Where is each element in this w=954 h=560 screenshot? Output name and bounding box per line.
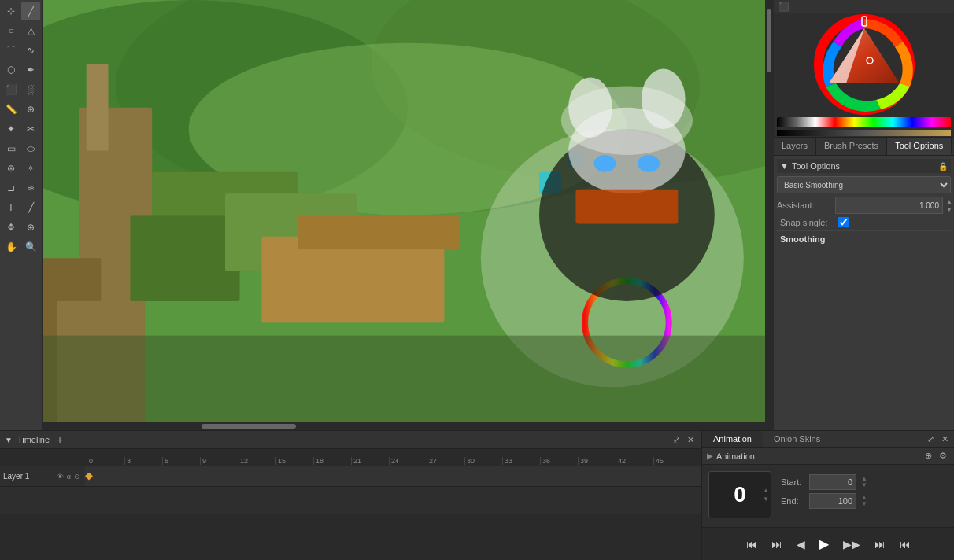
track-alpha-btn[interactable]: α: [66, 472, 72, 481]
tool-options-panel: ▼ Tool Options 🔒 Basic Smoothing No Smoo…: [774, 156, 954, 430]
frame-display[interactable]: 0 ▲ ▼: [708, 471, 771, 518]
anim-add-btn[interactable]: ⊕: [923, 450, 934, 462]
anim-expand-icon[interactable]: ▶: [707, 451, 713, 460]
tab-animation[interactable]: Animation: [702, 431, 763, 447]
assistant-down-arrow[interactable]: ▼: [946, 206, 952, 213]
ruler-mark-27: 27: [427, 457, 464, 465]
rect-select-tool[interactable]: ▭: [2, 139, 20, 158]
timeline-close-button[interactable]: ✕: [685, 434, 697, 446]
timeline-add-button[interactable]: +: [54, 433, 65, 446]
brush-tool[interactable]: ╱: [21, 2, 40, 20]
vertical-scrollbar[interactable]: [765, 0, 773, 422]
scrollbar-thumb-h[interactable]: [202, 424, 296, 429]
pan-tool[interactable]: ✋: [2, 238, 20, 256]
svg-rect-6: [87, 64, 109, 150]
start-input[interactable]: [809, 474, 856, 490]
similar-select-tool[interactable]: ≋: [21, 179, 40, 197]
search-tool[interactable]: 🔍: [21, 238, 40, 256]
measure-tool[interactable]: 📏: [2, 100, 20, 119]
step-back-btn[interactable]: ◀: [793, 536, 809, 553]
color-wheel[interactable]: [813, 13, 915, 116]
polygon-tool[interactable]: △: [21, 21, 40, 40]
transform-tool[interactable]: ⊹: [2, 2, 20, 20]
move-tool[interactable]: ✥: [2, 218, 20, 237]
playback-controls: ⏮ ⏭ ◀ ▶ ▶▶ ⏭ ⏮: [702, 527, 954, 560]
ruler-mark-42: 42: [616, 457, 653, 465]
frame-up-btn[interactable]: ▲: [763, 487, 769, 494]
ruler-mark-24: 24: [389, 457, 427, 465]
track-keyframe[interactable]: [85, 473, 93, 481]
line-tool[interactable]: ╱: [21, 198, 40, 217]
calligraphy-tool[interactable]: ✒: [21, 61, 40, 79]
end-input[interactable]: [809, 493, 856, 509]
scrollbar-thumb-v[interactable]: [767, 9, 771, 72]
start-down-arrow[interactable]: ▼: [861, 482, 867, 488]
end-down-arrow[interactable]: ▼: [861, 501, 867, 507]
track-visible-btn[interactable]: 👁: [56, 472, 65, 481]
play-btn[interactable]: ▶: [815, 534, 833, 554]
tool-options-collapse-icon[interactable]: ▼: [780, 161, 789, 171]
zoom-tool[interactable]: ⊕: [21, 218, 40, 237]
assistant-input[interactable]: [835, 197, 943, 214]
snap-single-checkbox[interactable]: [838, 217, 849, 227]
text-tool[interactable]: T: [2, 198, 20, 217]
last-frame-btn[interactable]: ⏮: [896, 536, 915, 553]
anim-close-btn[interactable]: ✕: [939, 433, 951, 445]
lock-icon[interactable]: 🔒: [938, 162, 948, 171]
smoothing-section-label: Smoothing: [777, 230, 951, 245]
ruler-mark-6: 6: [162, 457, 200, 465]
anim-expand-btn[interactable]: ⤢: [925, 433, 937, 445]
ruler-mark-15: 15: [275, 457, 313, 465]
tab-onion-skins[interactable]: Onion Skins: [763, 431, 831, 447]
edit-shape-tool[interactable]: ⬡: [2, 61, 20, 79]
svg-point-26: [561, 86, 693, 155]
smart-patch-tool[interactable]: ✦: [2, 120, 20, 138]
color-wheel-container[interactable]: [774, 13, 954, 116]
prev-keyframe-btn[interactable]: ⏭: [767, 536, 786, 553]
anim-content: ▶ Animation ⊕ ⚙ 0 ▲ ▼ Sta: [702, 448, 954, 527]
ruler-mark-36: 36: [540, 457, 578, 465]
gradient-tool[interactable]: ░: [21, 80, 40, 99]
smoothing-type-select[interactable]: Basic Smoothing No Smoothing Weighted Sm…: [777, 176, 951, 193]
contiguous-select-tool[interactable]: ✧: [21, 159, 40, 178]
svg-rect-19: [43, 336, 773, 430]
color-sliders[interactable]: [777, 117, 951, 127]
tab-layers[interactable]: Layers: [774, 138, 816, 155]
table-row: Layer 1 👁 α ⊙: [0, 466, 701, 487]
end-row: End: ▲ ▼: [781, 493, 867, 509]
color-bar-dark[interactable]: [777, 130, 951, 136]
ellipse-select-tool[interactable]: ⬭: [21, 139, 40, 158]
magnetic-select-tool[interactable]: ⊐: [2, 179, 20, 197]
timeline-expand-button[interactable]: ⤢: [671, 434, 682, 446]
freehand-tool[interactable]: ∿: [21, 41, 40, 60]
tab-brush-presets[interactable]: Brush Presets: [816, 138, 887, 155]
eyedropper-tool[interactable]: ⊕: [21, 100, 40, 119]
svg-rect-27: [575, 190, 678, 224]
track-timeline[interactable]: [85, 466, 701, 486]
frame-down-btn[interactable]: ▼: [763, 496, 769, 503]
tab-tool-options[interactable]: Tool Options: [887, 138, 952, 155]
first-frame-btn[interactable]: ⏮: [742, 536, 761, 553]
canvas-area[interactable]: [43, 0, 773, 430]
ruler-mark-12: 12: [238, 457, 275, 465]
timeline-collapse-icon[interactable]: ▼: [5, 436, 13, 444]
step-forward-btn[interactable]: ▶▶: [839, 536, 864, 553]
ruler-marks: 0 3 6 9 12 15 18 21 24 27 30 33 36 39 42…: [87, 457, 691, 465]
start-end-fields: Start: ▲ ▼ End: ▲ ▼: [781, 471, 867, 518]
next-keyframe-btn[interactable]: ⏭: [871, 536, 889, 553]
timeline-header: ▼ Timeline + ⤢ ✕: [0, 431, 701, 449]
svg-point-24: [594, 155, 616, 172]
horizontal-scrollbar[interactable]: [43, 422, 773, 430]
assistant-up-arrow[interactable]: ▲: [946, 198, 952, 205]
crop-tool[interactable]: ✂: [21, 120, 40, 138]
frame-counter-area: 0 ▲ ▼ Start: ▲ ▼: [702, 465, 954, 525]
ellipse-tool[interactable]: ○: [2, 21, 20, 40]
track-onion-btn[interactable]: ⊙: [73, 472, 81, 481]
ruler-mark-30: 30: [464, 457, 502, 465]
fill-tool[interactable]: ⬛: [2, 80, 20, 99]
anim-settings-btn[interactable]: ⚙: [937, 450, 949, 462]
tool-options-title: ▼ Tool Options: [780, 161, 840, 171]
freehand-select-tool[interactable]: ⊛: [2, 159, 20, 178]
path-tool[interactable]: ⌒: [2, 41, 20, 60]
track-icons: 👁 α ⊙: [56, 472, 81, 481]
